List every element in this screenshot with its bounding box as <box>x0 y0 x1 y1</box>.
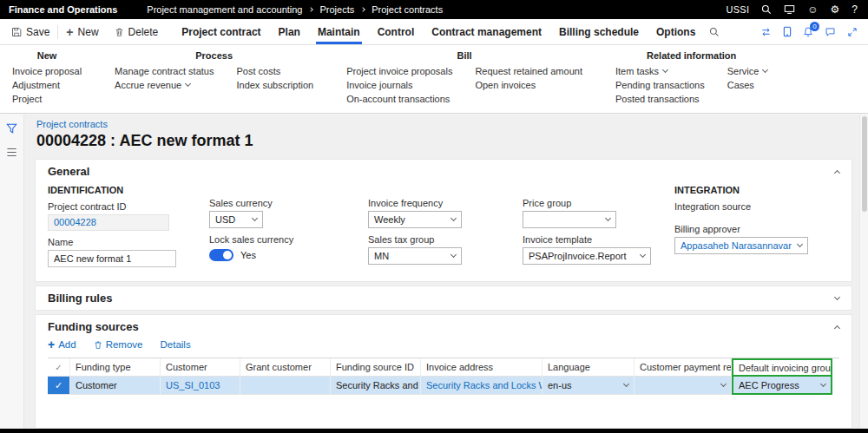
notifications-bell-icon[interactable]: 0 <box>803 26 813 37</box>
cell-funding-type[interactable]: Customer <box>70 377 161 395</box>
chevron-down-icon <box>720 381 727 387</box>
main-area: Project contracts 00004228 : AEC new for… <box>0 115 868 429</box>
row-select-checkbox[interactable]: ✓ <box>48 377 70 395</box>
filter-icon[interactable] <box>6 123 17 134</box>
sales-currency-label: Sales currency <box>209 198 361 208</box>
tab-maintain[interactable]: Maintain <box>309 19 369 44</box>
tab-plan[interactable]: Plan <box>270 19 309 44</box>
select-all-column-header[interactable]: ✓ <box>48 358 70 377</box>
billing-approver-label: Billing approver <box>674 224 839 234</box>
cell-language[interactable]: en-us <box>542 377 635 395</box>
ribbon-item-adjustment[interactable]: Adjustment <box>12 80 82 90</box>
column-header-language[interactable]: Language <box>542 358 635 377</box>
tab-options[interactable]: Options <box>648 19 704 44</box>
table-row[interactable]: ✓ Customer US_SI_0103 Security Racks and… <box>48 377 839 395</box>
column-header-funding-source-id[interactable]: Funding source ID <box>331 358 421 377</box>
check-icon: ✓ <box>55 380 62 391</box>
tab-project-contract[interactable]: Project contract <box>173 19 269 44</box>
section-title: Billing rules <box>48 292 112 305</box>
billing-approver-dropdown[interactable]: Appasaheb Narasannavar <box>674 237 808 254</box>
chevron-down-icon <box>252 215 258 221</box>
ribbon-item-post-costs[interactable]: Post costs <box>236 66 313 76</box>
ribbon-item-pending-transactions[interactable]: Pending transactions <box>615 80 705 90</box>
frequency-column: Invoice frequency Weekly Sales tax group… <box>368 183 516 267</box>
cell-customer[interactable]: US_SI_0103 <box>161 377 240 395</box>
save-icon <box>11 27 22 37</box>
ribbon-item-on-account-transactions[interactable]: On-account transactions <box>346 94 452 104</box>
cell-invoice-address[interactable]: Security Racks and Locks W... <box>421 377 542 395</box>
scrollbar-thumb[interactable] <box>862 116 867 212</box>
cell-grant-customer[interactable] <box>240 377 331 395</box>
plus-icon: + <box>66 26 73 38</box>
fullscreen-icon[interactable] <box>847 27 858 37</box>
ribbon-item-cases[interactable]: Cases <box>727 80 768 90</box>
settings-gear-icon[interactable]: ⚙ <box>831 4 840 15</box>
breadcrumb-item-project-contracts[interactable]: Project contracts <box>372 4 443 15</box>
chevron-right-icon <box>360 7 365 12</box>
invoice-frequency-dropdown[interactable]: Weekly <box>368 211 462 228</box>
search-icon[interactable] <box>761 4 772 15</box>
column-header-customer[interactable]: Customer <box>161 358 240 377</box>
column-header-invoice-address[interactable]: Invoice address <box>421 358 542 377</box>
sales-currency-dropdown[interactable]: USD <box>209 211 263 228</box>
page-title: 00004228 : AEC new format 1 <box>36 132 852 150</box>
new-button[interactable]: + New <box>58 19 106 44</box>
ribbon-item-open-invoices[interactable]: Open invoices <box>475 80 582 90</box>
lock-sales-currency-toggle[interactable] <box>209 249 233 261</box>
price-group-dropdown[interactable] <box>523 211 616 228</box>
related-info-list-icon[interactable] <box>6 148 17 157</box>
device-monitor-icon[interactable] <box>784 4 795 15</box>
ribbon-item-project[interactable]: Project <box>12 94 82 104</box>
customer-link[interactable]: US_SI_0103 <box>166 380 220 390</box>
details-button[interactable]: Details <box>160 339 190 350</box>
ribbon-item-invoice-journals[interactable]: Invoice journals <box>346 80 452 90</box>
section-funding-sources-header[interactable]: Funding sources <box>36 315 852 338</box>
save-button[interactable]: Save <box>3 19 57 44</box>
remove-button[interactable]: Remove <box>94 339 143 350</box>
add-button[interactable]: + Add <box>48 338 76 351</box>
page-breadcrumb-link[interactable]: Project contracts <box>36 119 108 129</box>
chat-icon[interactable] <box>825 27 836 37</box>
ribbon-item-manage-contract-status[interactable]: Manage contract status <box>115 66 214 76</box>
column-header-funding-type[interactable]: Funding type <box>70 358 161 377</box>
tab-control[interactable]: Control <box>369 19 424 44</box>
section-billing-rules-header[interactable]: Billing rules <box>36 286 852 310</box>
check-icon: ✓ <box>55 363 62 372</box>
swap-icon[interactable] <box>760 27 772 37</box>
ribbon-item-item-tasks[interactable]: Item tasks <box>615 66 705 76</box>
chevron-down-icon <box>834 293 840 299</box>
company-selector[interactable]: USSI <box>726 4 749 15</box>
name-input[interactable] <box>48 250 176 267</box>
currency-column: Sales currency USD Lock sales currency Y… <box>209 183 361 267</box>
column-header-grant-customer[interactable]: Grant customer <box>240 358 331 377</box>
delete-button[interactable]: Delete <box>107 19 167 44</box>
ribbon-item-service[interactable]: Service <box>727 66 768 76</box>
breadcrumb-item-projects[interactable]: Projects <box>319 4 354 15</box>
ribbon-item-invoice-proposal[interactable]: Invoice proposal <box>12 66 82 76</box>
feedback-smiley-icon[interactable]: ☺ <box>807 4 818 15</box>
project-contract-id-value[interactable]: 00004228 <box>48 214 169 231</box>
ribbon-item-project-invoice-proposals[interactable]: Project invoice proposals <box>346 66 452 76</box>
device-icon[interactable] <box>783 26 792 37</box>
ribbon-group-new: New Invoice proposal Adjustment Project <box>12 50 82 113</box>
action-search-icon[interactable] <box>709 27 720 37</box>
cell-customer-payment-retention[interactable] <box>635 377 732 395</box>
invoice-template-dropdown[interactable]: PSAProjInvoice.Report <box>523 247 651 265</box>
tab-contract-management[interactable]: Contract management <box>423 19 550 44</box>
breadcrumb: Project management and accounting Projec… <box>147 4 443 15</box>
ribbon-item-index-subscription[interactable]: Index subscription <box>236 80 313 90</box>
sales-tax-group-dropdown[interactable]: MN <box>368 247 462 265</box>
tab-billing-schedule[interactable]: Billing schedule <box>550 19 648 44</box>
section-general-header[interactable]: General <box>36 160 852 183</box>
column-header-default-invoicing-group[interactable]: Default invoicing group <box>732 358 832 377</box>
app-title[interactable]: Finance and Operations <box>0 4 131 15</box>
cell-funding-source-id[interactable]: Security Racks and <box>331 377 421 395</box>
cell-default-invoicing-group[interactable]: AEC Progress <box>732 377 832 395</box>
breadcrumb-item-module[interactable]: Project management and accounting <box>147 4 302 15</box>
ribbon-item-accrue-revenue[interactable]: Accrue revenue <box>115 80 214 90</box>
ribbon-item-request-retained-amount[interactable]: Request retained amount <box>475 66 582 76</box>
ribbon-item-posted-transactions[interactable]: Posted transactions <box>615 94 705 104</box>
column-header-customer-payment-retention[interactable]: Customer payment ret... <box>635 358 732 377</box>
integration-heading: INTEGRATION <box>674 185 839 195</box>
help-icon[interactable]: ? <box>852 4 858 15</box>
